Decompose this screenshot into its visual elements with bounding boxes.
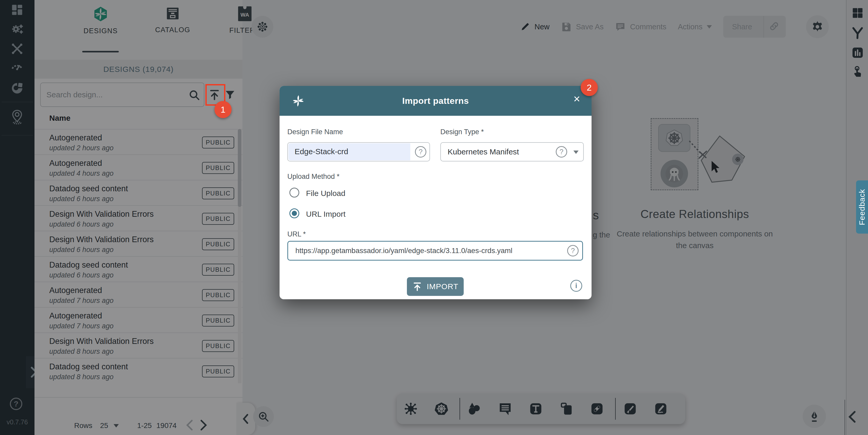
design-type-caret-icon [574, 150, 579, 154]
info-icon[interactable]: i [570, 280, 582, 292]
design-file-name-help-icon[interactable]: ? [415, 146, 426, 157]
url-import-radio[interactable] [289, 208, 299, 218]
modal-title: Import patterns [280, 86, 592, 116]
url-input[interactable] [295, 243, 539, 259]
feedback-tab[interactable]: Feedback [856, 180, 868, 234]
url-field: ? [287, 241, 583, 261]
design-type-select[interactable]: Kubernetes Manifest ? [440, 142, 584, 162]
question-glyph: ? [571, 247, 575, 255]
url-label: URL * [287, 230, 306, 238]
annotation-step2-badge: 2 [581, 79, 598, 96]
feedback-label: Feedback [858, 189, 866, 225]
file-upload-radio[interactable] [289, 187, 299, 198]
import-upload-icon [412, 281, 423, 292]
url-import-label: URL Import [306, 210, 345, 219]
design-file-name-field: ? [287, 142, 430, 162]
modal-header: Import patterns × [280, 86, 592, 116]
design-file-name-input[interactable] [294, 144, 396, 160]
file-upload-label: File Upload [306, 189, 345, 198]
step1-number: 1 [221, 105, 226, 115]
import-button[interactable]: IMPORT [407, 277, 464, 296]
question-glyph: ? [418, 148, 423, 156]
import-button-label: IMPORT [427, 282, 458, 291]
step2-number: 2 [587, 83, 592, 93]
app-screen: ? v0.7.76 DESIGNS CATALOG WA FILTERS [0, 0, 868, 435]
design-type-help-icon[interactable]: ? [556, 146, 567, 157]
url-help-icon[interactable]: ? [567, 245, 579, 256]
upload-method-label: Upload Method * [287, 173, 339, 181]
question-glyph: ? [559, 148, 563, 156]
close-icon[interactable]: × [574, 93, 580, 105]
design-file-name-label: Design File Name [287, 128, 343, 136]
info-glyph: i [575, 282, 577, 290]
design-type-value: Kubernetes Manifest [447, 147, 519, 156]
import-patterns-modal: Import patterns × Design File Name ? Des… [280, 86, 592, 299]
design-type-label: Design Type * [440, 128, 484, 136]
annotation-step1-badge: 1 [214, 101, 231, 118]
